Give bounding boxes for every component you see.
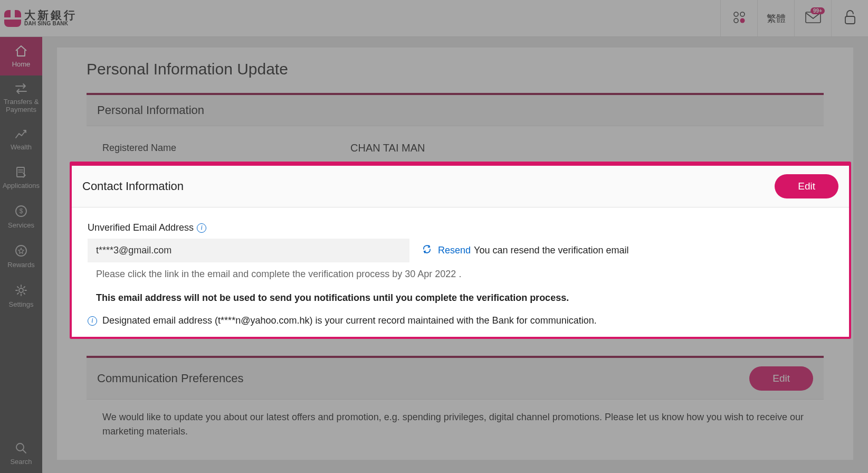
mail-badge: 99+: [810, 7, 825, 14]
contact-info-highlight: Contact Information Edit Unverified Emai…: [70, 162, 851, 339]
unlock-icon: [844, 10, 856, 27]
designated-text: Designated email address (t****n@yahoo.c…: [102, 315, 597, 326]
language-label: 繁體: [767, 12, 786, 25]
comm-pref-section: Communication Preferences Edit We would …: [87, 356, 824, 439]
resend-block: Resend You can resend the verification e…: [422, 244, 629, 257]
svg-point-2: [734, 18, 738, 23]
sidebar-item-label: Applications: [3, 182, 40, 190]
svg-point-10: [19, 288, 23, 292]
gear-icon: [14, 283, 28, 297]
sidebar: Home Transfers & Payments Wealth Applica…: [0, 37, 42, 473]
section-title: Communication Preferences: [97, 372, 244, 385]
logo-text-cn: 大新銀行: [24, 10, 77, 21]
lock-button[interactable]: [831, 0, 868, 36]
section-header-contact: Contact Information Edit: [72, 166, 849, 207]
field-value: CHAN TAI MAN: [350, 142, 425, 154]
svg-point-1: [740, 12, 745, 16]
svg-point-9: [16, 245, 26, 256]
section-title: Personal Information: [97, 103, 204, 117]
sidebar-item-search[interactable]: Search: [0, 434, 42, 473]
resend-link[interactable]: Resend: [438, 245, 471, 256]
section-header-comm: Communication Preferences Edit: [87, 358, 824, 400]
unverified-email-label-row: Unverified Email Address i: [88, 222, 833, 233]
transfers-icon: [14, 83, 28, 94]
email-row: t****3@gmail.com Resend You can resend t…: [88, 239, 833, 262]
mail-button[interactable]: 99+: [794, 0, 831, 36]
unverified-email-label: Unverified Email Address: [88, 222, 194, 233]
field-registered-name: Registered Name CHAN TAI MAN: [102, 137, 808, 159]
apps-icon: [732, 11, 746, 26]
logo-text-en: DAH SING BANK: [24, 21, 77, 27]
section-header-personal: Personal Information: [87, 95, 824, 126]
logo-icon: [4, 10, 21, 27]
home-icon: [14, 44, 28, 57]
apps-button[interactable]: [720, 0, 757, 36]
sidebar-item-label: Home: [12, 60, 31, 68]
comm-body-text: We would like to update you about our la…: [87, 400, 824, 439]
svg-rect-5: [845, 16, 855, 24]
rewards-icon: [14, 244, 28, 258]
sidebar-item-label: Wealth: [11, 143, 32, 151]
language-button[interactable]: 繁體: [757, 0, 794, 36]
sidebar-item-label: Rewards: [7, 261, 34, 269]
sidebar-item-label: Settings: [9, 300, 34, 308]
sidebar-item-applications[interactable]: Applications: [0, 158, 42, 197]
sidebar-item-rewards[interactable]: Rewards: [0, 236, 42, 276]
email-field: t****3@gmail.com: [88, 239, 409, 262]
applications-icon: [14, 166, 28, 178]
info-icon[interactable]: i: [88, 316, 97, 326]
section-body-contact: Unverified Email Address i t****3@gmail.…: [72, 207, 849, 337]
wealth-icon: [14, 128, 28, 140]
bank-logo[interactable]: 大新銀行 DAH SING BANK: [0, 10, 77, 27]
edit-button-contact[interactable]: Edit: [775, 174, 838, 198]
info-icon[interactable]: i: [197, 223, 206, 233]
sidebar-item-transfers[interactable]: Transfers & Payments: [0, 75, 42, 121]
svg-point-3: [740, 18, 745, 23]
sidebar-item-label: Search: [10, 458, 32, 466]
verification-hint: Please click the link in the email and c…: [88, 269, 833, 280]
page-title: Personal Information Update: [87, 60, 824, 78]
search-icon: [15, 442, 27, 455]
sidebar-item-wealth[interactable]: Wealth: [0, 121, 42, 158]
sidebar-item-label: Services: [8, 221, 34, 229]
svg-text:$: $: [20, 207, 23, 215]
refresh-icon[interactable]: [422, 244, 432, 257]
edit-button-comm[interactable]: Edit: [749, 366, 813, 391]
resend-text: You can resend the verification email: [474, 245, 629, 256]
svg-point-0: [734, 12, 738, 16]
header-actions: 繁體 99+: [720, 0, 868, 36]
section-title: Contact Information: [82, 179, 184, 193]
sidebar-item-home[interactable]: Home: [0, 37, 42, 75]
sidebar-item-services[interactable]: $ Services: [0, 197, 42, 236]
field-label: Registered Name: [102, 143, 350, 154]
contact-info-section: Contact Information Edit Unverified Emai…: [72, 164, 849, 337]
sidebar-item-label: Transfers & Payments: [1, 98, 41, 113]
top-header: 大新銀行 DAH SING BANK 繁體: [0, 0, 868, 37]
verification-notice: This email address will not be used to s…: [88, 292, 833, 304]
services-icon: $: [14, 204, 28, 218]
personal-info-section: Personal Information Registered Name CHA…: [87, 93, 824, 170]
sidebar-item-settings[interactable]: Settings: [0, 276, 42, 316]
designated-email-row: i Designated email address (t****n@yahoo…: [88, 315, 833, 326]
